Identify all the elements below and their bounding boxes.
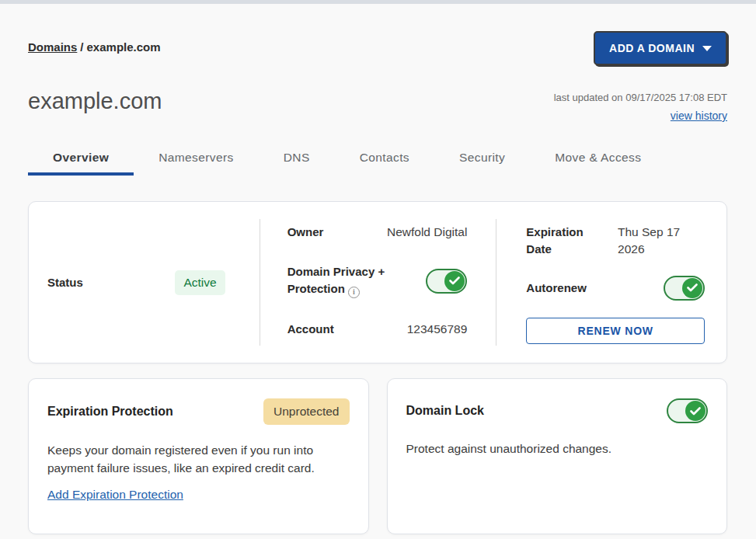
- expiration-row: Expiration Date Thu Sep 17 2026: [526, 224, 705, 259]
- expiration-protection-card: Expiration Protection Unprotected Keeps …: [28, 378, 369, 534]
- owner-label: Owner: [287, 224, 324, 241]
- owner-column: Owner Newfold Digital Domain Privacy + P…: [260, 219, 496, 346]
- status-column: Status Active: [29, 219, 260, 346]
- domain-lock-description: Protect against unauthorized changes.: [406, 440, 709, 457]
- domain-privacy-row: Domain Privacy + Protectioni: [287, 263, 468, 298]
- owner-row: Owner Newfold Digital: [287, 224, 468, 241]
- toggle-knob: [444, 271, 465, 291]
- header-row: Domains/example.com ADD A DOMAIN: [28, 31, 727, 65]
- tab-security[interactable]: Security: [434, 143, 530, 176]
- unprotected-badge: Unprotected: [263, 398, 349, 425]
- toggle-knob: [682, 278, 702, 298]
- domain-lock-header: Domain Lock: [406, 398, 709, 423]
- account-row: Account 123456789: [287, 321, 468, 338]
- chevron-down-icon: [702, 46, 712, 51]
- renew-now-button[interactable]: RENEW NOW: [526, 318, 705, 344]
- autorenew-label: Autorenew: [526, 280, 587, 297]
- check-icon: [687, 283, 698, 292]
- add-a-domain-label: ADD A DOMAIN: [609, 42, 695, 54]
- updated-block: last updated on 09/17/2025 17:08 EDT vie…: [554, 89, 727, 123]
- page-container: Domains/example.com ADD A DOMAIN example…: [0, 31, 756, 534]
- breadcrumb-separator: /: [80, 40, 83, 54]
- domain-privacy-toggle[interactable]: [426, 269, 467, 294]
- tab-overview[interactable]: Overview: [28, 143, 134, 176]
- expiration-protection-header: Expiration Protection Unprotected: [47, 398, 350, 425]
- tab-move-access[interactable]: Move & Access: [530, 143, 666, 176]
- title-row: example.com last updated on 09/17/2025 1…: [28, 89, 727, 123]
- status-badge: Active: [175, 270, 225, 295]
- check-icon: [449, 276, 460, 285]
- owner-value: Newfold Digital: [387, 224, 467, 241]
- expiration-protection-description: Keeps your domain registered even if you…: [47, 441, 350, 478]
- account-label: Account: [287, 321, 334, 338]
- top-accent-bar: [0, 0, 756, 4]
- tab-contacts[interactable]: Contacts: [335, 143, 434, 176]
- check-icon: [690, 407, 701, 416]
- info-icon[interactable]: i: [348, 287, 360, 298]
- autorenew-row: Autorenew: [526, 276, 705, 301]
- overview-summary-card: Status Active Owner Newfold Digital Doma…: [28, 201, 727, 363]
- tab-dns[interactable]: DNS: [259, 143, 335, 176]
- last-updated-text: last updated on 09/17/2025 17:08 EDT: [554, 92, 727, 103]
- account-value: 123456789: [407, 321, 468, 338]
- domain-lock-card: Domain Lock Protect against unauthorized…: [387, 378, 728, 534]
- domain-lock-toggle[interactable]: [667, 398, 708, 423]
- expiration-protection-title: Expiration Protection: [47, 405, 173, 419]
- expiration-column: Expiration Date Thu Sep 17 2026 Autorene…: [496, 219, 726, 346]
- breadcrumb-current: example.com: [87, 40, 161, 54]
- add-expiration-protection-link[interactable]: Add Expiration Protection: [47, 488, 183, 502]
- expiration-date-label: Expiration Date: [526, 224, 593, 258]
- expiration-date-value: Thu Sep 17 2026: [618, 224, 705, 259]
- autorenew-toggle[interactable]: [664, 276, 705, 301]
- page-title: example.com: [28, 89, 162, 114]
- status-label: Status: [47, 274, 83, 291]
- tab-nameservers[interactable]: Nameservers: [134, 143, 259, 176]
- bottom-card-row: Expiration Protection Unprotected Keeps …: [28, 378, 727, 534]
- toggle-knob: [685, 401, 705, 421]
- view-history-link[interactable]: view history: [671, 110, 727, 122]
- tab-bar: Overview Nameservers DNS Contacts Securi…: [28, 143, 727, 176]
- breadcrumb: Domains/example.com: [28, 31, 161, 54]
- breadcrumb-domains-link[interactable]: Domains: [28, 40, 77, 54]
- domain-lock-title: Domain Lock: [406, 404, 484, 418]
- add-a-domain-button[interactable]: ADD A DOMAIN: [594, 31, 727, 65]
- domain-privacy-label: Domain Privacy + Protectioni: [287, 263, 404, 298]
